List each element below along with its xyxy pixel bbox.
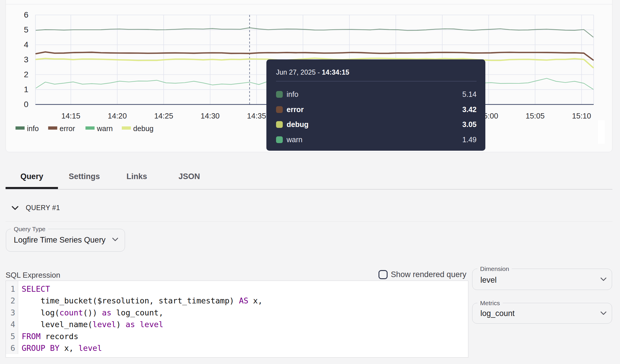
show-rendered-query-checkbox[interactable] [378, 270, 388, 279]
line-number: 3 [6, 307, 18, 319]
tooltip-series-value: 3.05 [462, 120, 477, 129]
code-line: log(count()) as log_count, [22, 307, 263, 319]
x-axis-tick-label: 14:15 [61, 111, 80, 120]
tooltip-series-label: warn [287, 135, 302, 144]
dashboard-query-editor: {"chart_data":{"type":"line","title":"",… [0, 0, 620, 364]
tooltip-swatch-info [276, 91, 283, 98]
tooltip-swatch-error [276, 106, 283, 113]
metrics-chevron-icon [600, 311, 607, 315]
tooltip-rows: info5.14error3.42debug3.05warn1.49 [276, 87, 477, 147]
tooltip-separator [276, 81, 477, 81]
tooltip-timestamp: Jun 27, 2025 - 14:34:15 [276, 68, 477, 77]
tooltip-swatch-debug [276, 121, 283, 128]
tooltip-series-label: debug [287, 120, 309, 129]
tab-json[interactable]: JSON [163, 164, 215, 189]
line-number: 4 [6, 319, 18, 330]
tooltip-series-label: info [287, 90, 298, 99]
tooltip-row-info: info5.14 [276, 87, 477, 102]
line-number: 1 [6, 283, 18, 295]
legend-label-error[interactable]: error [60, 124, 75, 133]
editor-code[interactable]: SELECT time_bucket($resolution, start_ti… [18, 281, 263, 354]
editor-line-numbers: 123456 [6, 281, 18, 354]
y-axis-tick-label: 6 [24, 10, 28, 19]
metrics-label: Metrics [477, 299, 503, 307]
code-line: FROM records [22, 331, 263, 342]
query-section-divider [6, 222, 612, 222]
chart-tooltip: Jun 27, 2025 - 14:34:15 info5.14error3.4… [266, 59, 485, 151]
tooltip-series-value: 3.42 [462, 105, 477, 114]
line-number: 6 [6, 342, 18, 354]
chart-scrollbar-thumb[interactable] [598, 120, 605, 144]
y-axis-tick-label: 0 [24, 100, 28, 109]
query-section-header[interactable]: QUERY #1 [12, 204, 60, 212]
y-axis-tick-label: 4 [24, 40, 28, 49]
legend-label-info[interactable]: info [27, 124, 39, 133]
legend-swatch-debug[interactable] [122, 126, 131, 130]
tooltip-series-value: 1.49 [462, 135, 477, 144]
y-axis-tick-label: 3 [24, 55, 28, 64]
dimension-value: level [480, 276, 497, 285]
line-number: 5 [6, 331, 18, 342]
chevron-down-icon [12, 206, 18, 210]
y-axis-tick-label: 5 [24, 25, 28, 34]
legend-swatch-warn[interactable] [85, 126, 95, 130]
chart-legend: infoerrorwarndebug [16, 124, 154, 133]
code-line: time_bucket($resolution, start_timestamp… [22, 295, 263, 307]
query-type-chevron-icon [112, 238, 118, 241]
x-axis-tick-label: 15:10 [572, 111, 591, 120]
query-section-title: QUERY #1 [26, 204, 60, 212]
x-axis-tick-label: 14:20 [108, 111, 127, 120]
query-type-label: Query Type [11, 225, 48, 233]
code-line: level_name(level) as level [22, 319, 263, 330]
sql-code-editor[interactable]: 123456 SELECT time_bucket($resolution, s… [6, 281, 468, 358]
x-axis-tick-label: 14:35 [247, 111, 266, 120]
tab-links[interactable]: Links [111, 164, 163, 189]
tab-settings[interactable]: Settings [58, 164, 110, 189]
tooltip-series-value: 5.14 [462, 90, 477, 99]
series-line-info [36, 28, 593, 37]
metrics-value: log_count [480, 309, 515, 318]
line-number: 2 [6, 295, 18, 307]
tooltip-row-error: error3.42 [276, 102, 477, 117]
code-line: SELECT [22, 283, 263, 295]
sql-expression-label: SQL Expression [6, 271, 60, 280]
show-rendered-query-label: Show rendered query [391, 270, 466, 279]
x-axis-tick-label: 15:05 [525, 111, 544, 120]
legend-swatch-error[interactable] [48, 126, 57, 130]
legend-label-debug[interactable]: debug [133, 124, 154, 133]
tooltip-swatch-warn [276, 136, 283, 143]
tab-query[interactable]: Query [6, 164, 58, 189]
y-axis-tick-label: 2 [24, 70, 28, 79]
dimension-label: Dimension [477, 265, 512, 272]
tooltip-series-label: error [287, 105, 304, 114]
query-type-value: Logfire Time Series Query [14, 236, 106, 245]
legend-swatch-info[interactable] [16, 126, 25, 130]
x-axis-tick-label: 14:30 [201, 111, 220, 120]
y-axis-tick-label: 1 [24, 85, 28, 94]
tooltip-row-warn: warn1.49 [276, 132, 477, 147]
legend-label-warn[interactable]: warn [97, 124, 113, 133]
show-rendered-query-control[interactable]: Show rendered query [378, 270, 466, 279]
dimension-chevron-icon [600, 277, 607, 281]
tab-bar: QuerySettingsLinksJSON [6, 164, 612, 190]
code-line: GROUP BY x, level [22, 342, 263, 354]
tooltip-row-debug: debug3.05 [276, 117, 477, 132]
x-axis-tick-label: 14:25 [154, 111, 173, 120]
